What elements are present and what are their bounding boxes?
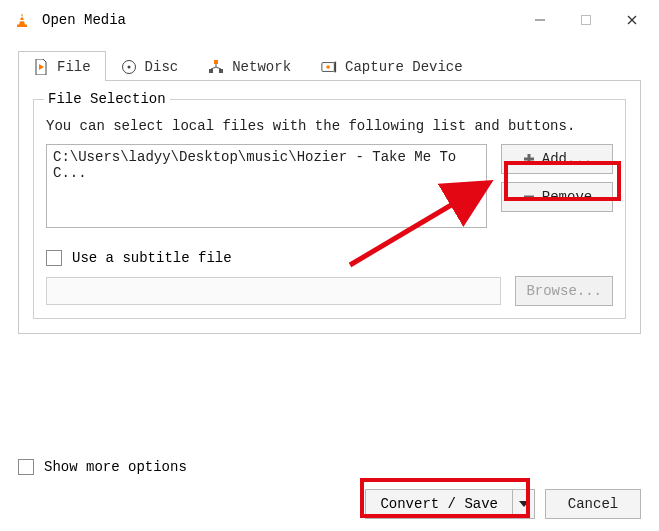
tab-network-label: Network <box>232 59 291 75</box>
tab-disc-label: Disc <box>145 59 179 75</box>
use-subtitle-label: Use a subtitle file <box>72 250 232 266</box>
svg-point-10 <box>127 66 130 69</box>
window-title: Open Media <box>42 12 517 28</box>
file-selection-group: File Selection You can select local file… <box>33 99 626 319</box>
file-selection-legend: File Selection <box>44 91 170 107</box>
minus-icon <box>522 190 536 204</box>
maximize-button[interactable] <box>563 5 609 35</box>
svg-rect-2 <box>20 16 24 17</box>
convert-save-dropdown[interactable] <box>512 490 534 518</box>
svg-rect-13 <box>219 69 223 73</box>
svg-rect-12 <box>209 69 213 73</box>
subtitle-path-input <box>46 277 501 305</box>
disc-icon <box>121 59 137 75</box>
svg-point-18 <box>326 65 330 69</box>
tab-capture-label: Capture Device <box>345 59 463 75</box>
file-play-icon <box>33 59 49 75</box>
convert-save-label: Convert / Save <box>366 490 512 518</box>
remove-button[interactable]: Remove <box>501 182 613 212</box>
cancel-button-label: Cancel <box>568 496 618 512</box>
titlebar: Open Media <box>0 0 659 40</box>
tab-capture-device[interactable]: Capture Device <box>306 51 478 81</box>
tab-file[interactable]: File <box>18 51 106 81</box>
minimize-button[interactable] <box>517 5 563 35</box>
svg-rect-5 <box>582 16 591 25</box>
svg-marker-8 <box>39 64 44 70</box>
svg-rect-3 <box>20 20 25 21</box>
svg-rect-11 <box>214 60 218 64</box>
svg-rect-19 <box>334 62 336 73</box>
close-button[interactable] <box>609 5 655 35</box>
browse-subtitle-button: Browse... <box>515 276 613 306</box>
tab-disc[interactable]: Disc <box>106 51 194 81</box>
file-selection-help: You can select local files with the foll… <box>46 118 613 134</box>
svg-rect-1 <box>17 25 27 28</box>
vlc-cone-icon <box>12 10 32 30</box>
file-list-entry[interactable]: C:\Users\ladyy\Desktop\music\Hozier - Ta… <box>53 149 480 181</box>
browse-button-label: Browse... <box>526 283 602 299</box>
file-tab-panel: File Selection You can select local file… <box>18 81 641 334</box>
svg-line-16 <box>216 67 221 69</box>
file-list[interactable]: C:\Users\ladyy\Desktop\music\Hozier - Ta… <box>46 144 487 228</box>
capture-device-icon <box>321 59 337 75</box>
remove-button-label: Remove <box>542 189 592 205</box>
chevron-down-icon <box>519 501 529 507</box>
tab-file-label: File <box>57 59 91 75</box>
convert-save-button[interactable]: Convert / Save <box>365 489 535 519</box>
show-more-label: Show more options <box>44 459 187 475</box>
tab-network[interactable]: Network <box>193 51 306 81</box>
tab-bar: File Disc Network Capture Device <box>18 50 641 81</box>
plus-icon <box>522 152 536 166</box>
network-icon <box>208 59 224 75</box>
use-subtitle-checkbox[interactable] <box>46 250 62 266</box>
add-button-label: Add... <box>542 151 592 167</box>
show-more-checkbox[interactable] <box>18 459 34 475</box>
cancel-button[interactable]: Cancel <box>545 489 641 519</box>
add-button[interactable]: Add... <box>501 144 613 174</box>
svg-line-15 <box>211 67 216 69</box>
svg-marker-23 <box>519 501 529 507</box>
svg-marker-0 <box>19 13 25 25</box>
